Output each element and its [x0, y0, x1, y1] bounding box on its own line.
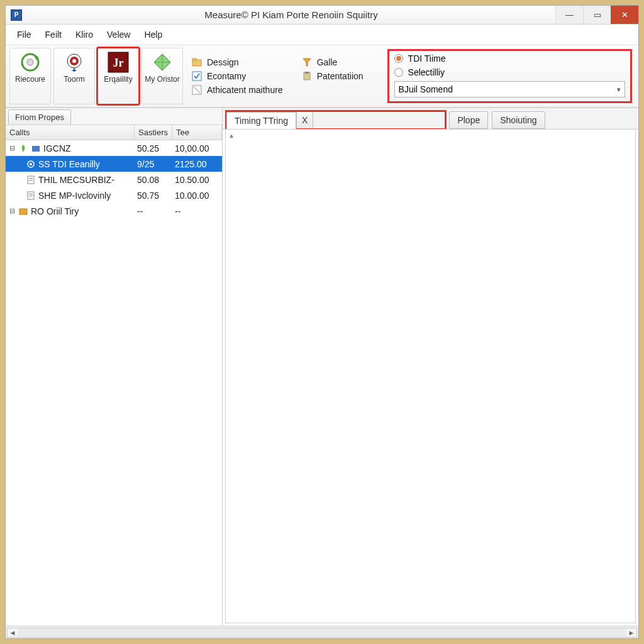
ribbon-options: Dessign Econtamy Athicatent maithure Gal… [183, 48, 635, 104]
opt-label: Galle [317, 57, 338, 67]
radio-selected-icon [394, 54, 403, 63]
row-sastiers: 50.25 [137, 143, 175, 153]
tab-plope[interactable]: Plope [449, 111, 488, 129]
menu-file[interactable]: File [11, 27, 38, 42]
radio-unselected-icon [394, 68, 403, 77]
collapse-icon[interactable]: ⊟ [8, 144, 16, 152]
opt-galle[interactable]: Galle [302, 57, 364, 67]
content-area: ▴ [225, 129, 636, 623]
folder-icon [192, 57, 202, 67]
header-callts[interactable]: Callts [6, 125, 135, 140]
row-tee: 2125.00 [175, 159, 222, 169]
svg-point-1 [27, 59, 33, 65]
opt-econtamy[interactable]: Econtamy [192, 71, 283, 81]
doc-icon [26, 191, 36, 201]
svg-text:Jr: Jr [113, 57, 124, 69]
header-sastiers[interactable]: Sastiers [135, 125, 172, 140]
doc-icon [26, 175, 36, 185]
titlebar: P Measure© PI Kiam Porte Renoiin Squiitr… [6, 6, 638, 25]
tool-group-main: Riecoure Toorm Jr Erqaiility My Oristor [9, 48, 183, 104]
radio-label: Selectilliy [408, 67, 445, 77]
opt-label: Patentatiion [317, 71, 364, 81]
svg-rect-20 [29, 194, 33, 194]
row-sastiers: 9/25 [137, 159, 175, 169]
toolbar: Riecoure Toorm Jr Erqaiility My Oristor [6, 45, 638, 108]
opt-patentatiion[interactable]: Patentatiion [302, 71, 364, 81]
opt-dessign[interactable]: Dessign [192, 57, 283, 67]
svg-point-4 [72, 59, 76, 63]
tool-erqaiility[interactable]: Jr Erqaiility [97, 48, 139, 104]
radio-tdi-time[interactable]: TDI Tiime [394, 53, 625, 64]
tool-label: Erqaiility [104, 75, 132, 84]
left-panel: Friom Propes Callts Sastiers Tee ⊟ IGCNZ… [6, 108, 223, 626]
combo-bjuil[interactable]: BJuil Somend ▾ [394, 81, 625, 97]
scroll-right-icon[interactable]: ► [626, 629, 636, 636]
statusbar: ◄ ► [6, 626, 638, 638]
checkbox-icon [192, 71, 202, 81]
tree-row-thil[interactable]: THIL MECSURBIZ- 50.08 10.50.00 [6, 172, 222, 187]
refresh-icon [19, 51, 42, 74]
minimize-button[interactable]: — [555, 6, 583, 24]
window-controls: — ▭ ✕ [555, 6, 638, 24]
opt-label: Athicatent maithure [207, 85, 283, 95]
svg-rect-21 [29, 196, 33, 196]
tree-row-she[interactable]: SHE MP-Ivclovinly 50.75 10.00.00 [6, 187, 222, 203]
radio-selectilliy[interactable]: Selectilliy [394, 67, 625, 77]
tree-row-ro[interactable]: ⊟ RO Oriil Tiry -- -- [6, 203, 222, 219]
tool-myoristor[interactable]: My Oristor [142, 48, 183, 104]
tool-label: Riecoure [15, 75, 45, 84]
row-tee: 10.00.00 [175, 191, 222, 201]
grid-header: Callts Sastiers Tee [6, 125, 222, 140]
svg-point-15 [30, 163, 32, 165]
menu-velew[interactable]: Velew [101, 27, 136, 42]
gear-icon [26, 159, 36, 169]
menu-kliro[interactable]: Kliro [69, 27, 99, 42]
tab-close[interactable]: X [296, 111, 313, 129]
row-name: IGCNZ [43, 143, 71, 153]
jr-icon: Jr [107, 51, 130, 74]
option-column-2: Galle Patentatiion . [302, 49, 364, 103]
tree-row-sstdi[interactable]: SS TDI Eeanilly 9/25 2125.00 [6, 156, 222, 172]
tab-friom-propes[interactable]: Friom Propes [8, 109, 71, 125]
tree: ⊟ IGCNZ 50.25 10,00.00 SS TDI Eeanilly 9… [6, 140, 222, 219]
collapse-icon[interactable]: ⊟ [8, 207, 16, 215]
row-sastiers: -- [137, 206, 175, 216]
menu-help[interactable]: Help [138, 27, 169, 42]
menubar: File Feilt Kliro Velew Help [6, 25, 638, 45]
menu-feilt[interactable]: Feilt [39, 27, 68, 42]
check-icon [192, 85, 202, 95]
svg-rect-13 [32, 146, 40, 152]
row-sastiers: 50.08 [137, 175, 175, 185]
radio-label: TDI Tiime [408, 53, 446, 64]
maximize-button[interactable]: ▭ [583, 6, 611, 24]
tab-shoiuting[interactable]: Shoiuting [492, 111, 545, 129]
window-title: Measure© PI Kiam Porte Renoiin Squiitry [27, 9, 555, 20]
close-button[interactable]: ✕ [611, 6, 638, 24]
row-tee: 10,00.00 [175, 143, 222, 153]
opt-label: Dessign [207, 57, 239, 67]
tree-row-igcnz[interactable]: ⊟ IGCNZ 50.25 10,00.00 [6, 140, 222, 156]
tab-timing[interactable]: Timing TTring [226, 112, 296, 130]
row-name: THIL MECSURBIZ- [38, 175, 114, 185]
opt-label: Econtamy [207, 71, 246, 81]
tool-toorm[interactable]: Toorm [53, 48, 95, 104]
scroll-left-icon[interactable]: ◄ [8, 629, 18, 636]
row-name: SHE MP-Ivclovinly [38, 191, 111, 201]
folder-icon [18, 206, 28, 216]
row-sastiers: 50.75 [137, 191, 175, 201]
chevron-down-icon: ▾ [617, 86, 621, 94]
tool-label: Toorm [64, 75, 84, 84]
svg-rect-17 [29, 178, 33, 179]
svg-rect-18 [29, 180, 33, 180]
header-tee[interactable]: Tee [172, 125, 222, 140]
body: Friom Propes Callts Sastiers Tee ⊟ IGCNZ… [6, 108, 638, 626]
opt-athicatent[interactable]: Athicatent maithure [192, 85, 283, 95]
app-window: P Measure© PI Kiam Porte Renoiin Squiitr… [5, 5, 639, 639]
row-tee: -- [175, 206, 222, 216]
diamond-icon [151, 51, 174, 74]
clipboard-icon [302, 71, 312, 81]
horizontal-scrollbar[interactable]: ◄ ► [7, 628, 637, 638]
radio-panel: TDI Tiime Selectilliy BJuil Somend ▾ [387, 49, 632, 103]
leaf-icon [18, 143, 28, 153]
tool-riecoure[interactable]: Riecoure [9, 48, 51, 104]
